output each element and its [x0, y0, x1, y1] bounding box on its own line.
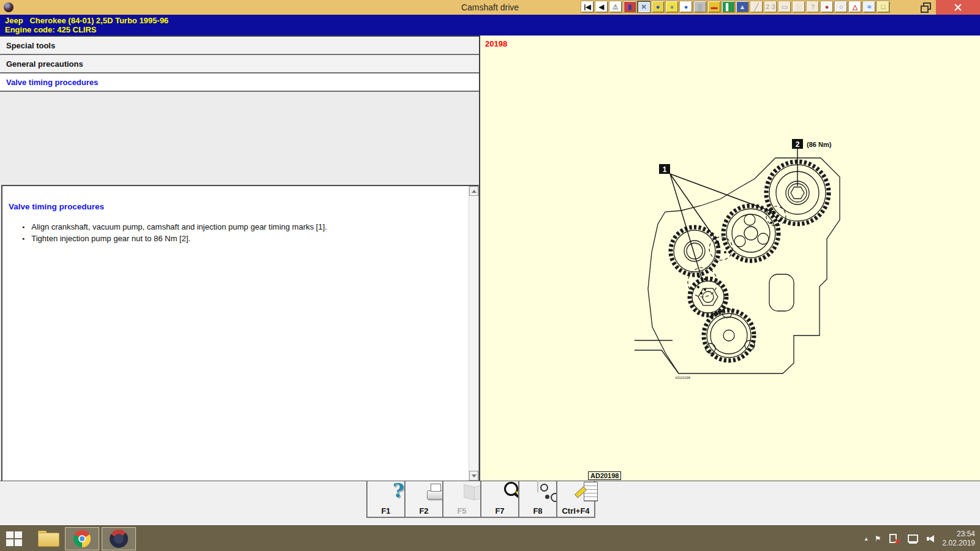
file-explorer-button[interactable] — [38, 531, 60, 547]
function-buttons: F1 F2 F5 F7 F8 — [366, 481, 595, 518]
windows-taskbar: ▴⚑ 23:54 2.02.2019 — [0, 525, 980, 551]
clock-date: 2.02.2019 — [943, 539, 975, 548]
procedure-step: Align crankshaft, vacuum pump, camshaft … — [22, 222, 478, 231]
scroll-up-button[interactable] — [469, 186, 478, 196]
function-button[interactable]: Ctrl+F4 — [556, 481, 595, 517]
autodata-icon — [110, 530, 128, 548]
clock-time: 23:54 — [943, 530, 975, 539]
menu-item[interactable]: General precautions — [0, 55, 479, 73]
repair-operations-icon[interactable]: ✕ — [637, 1, 650, 13]
function-button[interactable]: F8 — [518, 481, 556, 517]
key-oval-icon[interactable]: ○ — [834, 1, 848, 13]
drawing-code: AD20198 — [675, 376, 691, 380]
vehicle-lift-icon[interactable]: ▌ — [722, 1, 735, 13]
glove-icon[interactable]: ░ — [792, 1, 805, 13]
vehicle-header: Jeep Cherokee (84-01) 2,5D Turbo 1995-96… — [0, 15, 980, 36]
function-button[interactable]: F5 — [442, 481, 480, 517]
content-scrollbar[interactable] — [469, 186, 478, 481]
menu-item[interactable]: Special tools — [0, 37, 479, 55]
vacuum-pump-gear — [671, 227, 718, 275]
titlebar-toolbar: |◀◀⚠▮✕●●●▒▬▌▲╱2 3▭░?●○△≈□ — [581, 1, 890, 13]
tyre-data-icon[interactable]: 2 3 — [764, 1, 777, 13]
illustration-pen-icon[interactable]: ╱ — [750, 1, 763, 13]
taskbar-clock[interactable]: 23:54 2.02.2019 — [943, 530, 976, 548]
autodata-taskbar-button[interactable] — [102, 527, 136, 550]
application-window: Camshaft drive |◀◀⚠▮✕●●●▒▬▌▲╱2 3▭░?●○△≈□… — [0, 0, 980, 551]
hidden-icons-icon[interactable]: ▴ — [865, 536, 868, 542]
technical-data-icon[interactable]: ▮ — [623, 1, 636, 13]
procedure-step: Tighten injection pump gear nut to 86 Nm… — [22, 234, 478, 243]
chrome-icon — [74, 530, 91, 547]
flat-rate-icon[interactable]: ▭ — [778, 1, 791, 13]
airbag-icon[interactable]: ● — [820, 1, 834, 13]
callout-2-label: 2 — [796, 140, 800, 149]
epc-icon[interactable]: ▲ — [736, 1, 749, 13]
vehicle-model: Jeep Cherokee (84-01) 2,5D Turbo 1995-96 — [5, 16, 980, 25]
menu-item[interactable]: Valve timing procedures — [0, 73, 479, 92]
service-schedules-icon[interactable]: ● — [651, 1, 665, 13]
chrome-taskbar-button[interactable] — [65, 527, 99, 550]
nav-first-icon[interactable]: |◀ — [581, 1, 594, 13]
abs-warning-icon[interactable]: △ — [848, 1, 862, 13]
windows-logo-icon — [6, 531, 13, 538]
engine-code: Engine code: 425 CLIRS — [5, 25, 980, 34]
timing-gear-diagram: 1 2 (86 Nm) AD20198 — [633, 133, 848, 386]
figure-panel: 20198 — [480, 36, 980, 481]
procedure-content: Valve timing procedures Align crankshaft… — [1, 185, 479, 481]
restore-window-button[interactable] — [916, 1, 932, 13]
procedure-title: Valve timing procedures — [9, 202, 478, 211]
topics-menu: Special toolsGeneral precautionsValve ti… — [0, 36, 479, 92]
auxiliary-hex-gear — [690, 279, 726, 315]
topics-panel: Special toolsGeneral precautionsValve ti… — [0, 36, 480, 481]
diagnostics-mouse-icon[interactable]: ● — [665, 1, 679, 13]
system-tray: ▴⚑ 23:54 2.02.2019 — [865, 526, 976, 551]
action-center-flag-icon[interactable]: ⚑ — [875, 535, 881, 542]
wiring-diagrams-icon[interactable]: ≈ — [862, 1, 876, 13]
callout-1-label: 1 — [663, 165, 667, 174]
tray-icons: ▴⚑ — [865, 533, 936, 544]
procedure-steps: Align crankshaft, vacuum pump, camshaft … — [22, 222, 478, 243]
help-topics-icon[interactable]: ? — [806, 1, 820, 13]
torque-note: (86 Nm) — [807, 141, 832, 148]
function-button[interactable]: F1 — [366, 481, 404, 517]
bodywork-icon[interactable]: ▬ — [707, 1, 721, 13]
start-button[interactable] — [6, 531, 22, 546]
usb-error-icon[interactable] — [888, 533, 899, 544]
close-window-button[interactable] — [936, 0, 980, 15]
volume-icon[interactable] — [925, 533, 936, 544]
network-display-icon[interactable] — [906, 533, 918, 544]
function-key-bar: F1 F2 F5 F7 F8 — [0, 481, 980, 525]
wheel-icon[interactable]: ● — [679, 1, 693, 13]
function-button[interactable]: F2 — [404, 481, 442, 517]
crankshaft-gear — [704, 308, 755, 361]
figure-number: 20198 — [485, 39, 507, 48]
camshaft-idler-gear — [723, 206, 778, 261]
figure-label-box: AD20198 — [588, 471, 621, 480]
engine-parts-icon[interactable]: ▒ — [693, 1, 707, 13]
function-button[interactable]: F7 — [480, 481, 518, 517]
switch-panel-icon[interactable]: □ — [876, 1, 890, 13]
title-bar: Camshaft drive |◀◀⚠▮✕●●●▒▬▌▲╱2 3▭░?●○△≈□ — [0, 0, 980, 15]
nav-back-icon[interactable]: ◀ — [595, 1, 608, 13]
warning-triangle-icon[interactable]: ⚠ — [609, 1, 622, 13]
scroll-down-button[interactable] — [469, 471, 478, 481]
